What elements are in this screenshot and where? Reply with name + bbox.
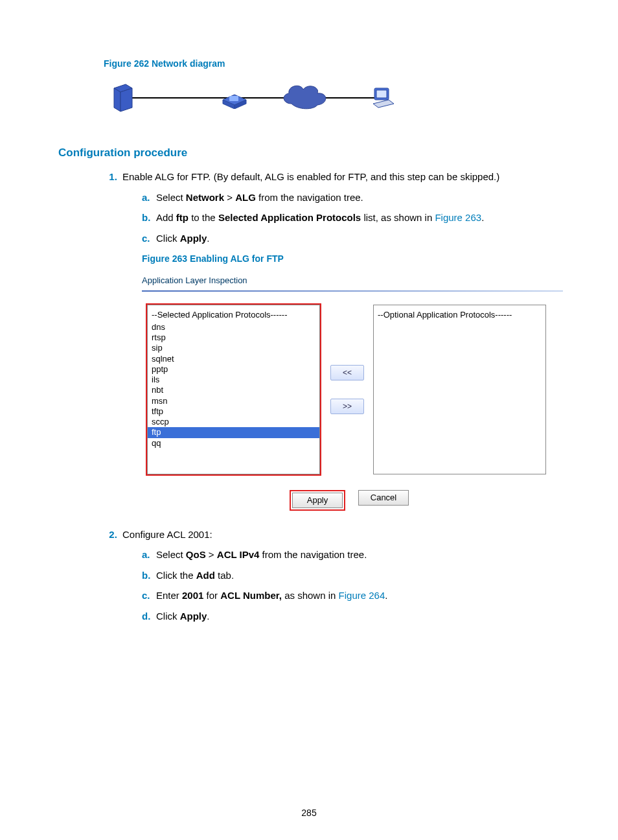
svg-rect-6 — [229, 96, 238, 101]
step-2d: d.Click Apply. — [142, 608, 560, 625]
marker-b: b. — [142, 567, 156, 584]
optional-protocols-header: --Optional Application Protocols------ — [374, 305, 545, 322]
step-2-text: Configure ACL 2001: — [122, 529, 212, 540]
list-item-selected[interactable]: ftp — [148, 427, 319, 438]
marker-a: a. — [142, 546, 156, 563]
apply-button[interactable]: Apply — [292, 493, 343, 508]
list-item[interactable]: pptp — [148, 364, 319, 375]
alg-screenshot: Application Layer Inspection --Selected … — [142, 274, 563, 511]
selected-protocols-listbox[interactable]: --Selected Application Protocols------ d… — [147, 305, 320, 474]
configuration-procedure-heading: Configuration procedure — [58, 146, 560, 159]
step-2a: a.Select QoS > ACL IPv4 from the navigat… — [142, 546, 560, 563]
step-2b: b.Click the Add tab. — [142, 567, 560, 584]
list-item[interactable]: sip — [148, 343, 319, 353]
svg-marker-7 — [373, 100, 394, 108]
figure-262-caption: Figure 262 Network diagram — [104, 58, 560, 69]
page-number: 285 — [0, 808, 618, 818]
step-2c: c.Enter 2001 for ACL Number, as shown in… — [142, 587, 560, 604]
network-diagram — [104, 75, 560, 121]
list-item[interactable]: qq — [148, 438, 319, 449]
step-2: Configure ACL 2001: a.Select QoS > ACL I… — [120, 526, 560, 625]
figure-264-link[interactable]: Figure 264 — [339, 590, 385, 601]
step-1b: b.Add ftp to the Selected Application Pr… — [142, 209, 560, 226]
embed-title: Application Layer Inspection — [142, 274, 563, 290]
marker-a: a. — [142, 189, 156, 206]
svg-rect-9 — [376, 90, 387, 98]
step-1-text: Enable ALG for FTP. (By default, ALG is … — [122, 171, 499, 182]
cloud-icon — [279, 80, 330, 115]
marker-b: b. — [142, 209, 156, 226]
step-1: Enable ALG for FTP. (By default, ALG is … — [120, 169, 560, 511]
svg-marker-1 — [114, 88, 120, 111]
list-item[interactable]: sccp — [148, 417, 319, 427]
list-item[interactable]: sqlnet — [148, 354, 319, 364]
move-right-button[interactable]: >> — [330, 399, 364, 414]
cancel-button[interactable]: Cancel — [358, 490, 409, 506]
move-left-button[interactable]: << — [330, 365, 364, 380]
server-icon — [110, 82, 136, 116]
list-item[interactable]: ils — [148, 375, 319, 385]
marker-c: c. — [142, 230, 156, 247]
figure-263-link[interactable]: Figure 263 — [435, 212, 481, 223]
optional-protocols-listbox[interactable]: --Optional Application Protocols------ — [373, 305, 546, 474]
list-item[interactable]: msn — [148, 396, 319, 406]
marker-d: d. — [142, 608, 156, 625]
pc-icon — [369, 84, 398, 115]
list-item[interactable]: rtsp — [148, 332, 319, 343]
selected-protocols-header: --Selected Application Protocols------ — [148, 305, 319, 322]
marker-c: c. — [142, 587, 156, 604]
figure-263-caption: Figure 263 Enabling ALG for FTP — [142, 251, 560, 267]
list-item[interactable]: tftp — [148, 406, 319, 417]
list-item[interactable]: dns — [148, 322, 319, 332]
step-1c: c.Click Apply. — [142, 230, 560, 247]
svg-marker-2 — [120, 88, 132, 111]
step-1a: a.Select Network > ALG from the navigati… — [142, 189, 560, 206]
router-icon — [220, 86, 249, 111]
list-item[interactable]: nbt — [148, 385, 319, 395]
